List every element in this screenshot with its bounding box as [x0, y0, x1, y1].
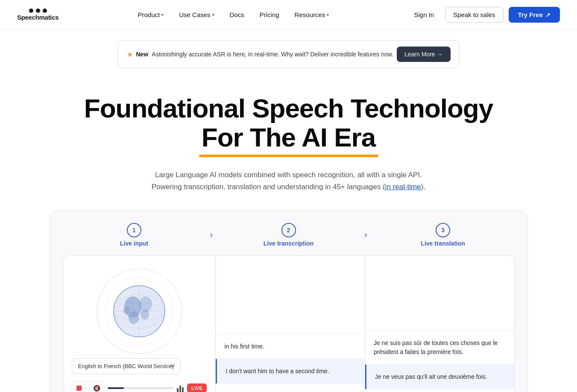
progress-bar [108, 387, 173, 389]
translation-row-1: Je ne suis pas sûr de toutes ces choses … [365, 331, 514, 364]
step-1-circle: 1 [127, 223, 141, 237]
step-3-label: Live translation [421, 240, 465, 247]
navbar: Speechmatics Product ▾ Use Cases ▾ Docs … [0, 0, 577, 30]
live-translation-panel: Je ne suis pas sûr de toutes ces choses … [365, 256, 514, 392]
mute-button[interactable]: 🔇 [90, 381, 104, 392]
live-input-panel: English to French (BBC World Service) 🔇 [63, 256, 216, 392]
step-2-label: Live transcription [264, 240, 313, 247]
title-underline [199, 155, 378, 157]
learn-more-button[interactable]: Learn More → [397, 47, 450, 62]
step-3: 3 Live translation [372, 223, 515, 247]
logo[interactable]: Speechmatics [17, 9, 59, 21]
globe-ring-inner [105, 277, 173, 345]
sign-in-button[interactable]: Sign In [408, 8, 440, 22]
mute-icon: 🔇 [93, 385, 100, 392]
arrow-icon: ↗ [545, 12, 551, 18]
stop-button[interactable] [72, 381, 86, 392]
transcript-row-2: I don't want him to have a second time. [216, 359, 365, 383]
nav-actions: Sign In Speak to sales Try Free ↗ [408, 7, 560, 23]
translation-row-2: Je ne veux pas qu'il ait une deuxième fo… [365, 364, 514, 389]
panels: English to French (BBC World Service) 🔇 [63, 255, 515, 392]
stop-icon [76, 386, 82, 391]
translation-spacer [365, 256, 514, 331]
logo-dot-1 [29, 9, 33, 13]
step-1: 1 Live input [63, 223, 206, 247]
chevron-down-icon: ▾ [212, 12, 214, 17]
steps-row: 1 Live input › 2 Live transcription › 3 … [63, 223, 515, 247]
language-select[interactable]: English to French (BBC World Service) [72, 358, 181, 374]
nav-links: Product ▾ Use Cases ▾ Docs Pricing Resou… [132, 8, 335, 22]
demo-section: 1 Live input › 2 Live transcription › 3 … [32, 210, 545, 392]
controls-row: 🔇 LIVE [72, 381, 207, 392]
demo-box: 1 Live input › 2 Live transcription › 3 … [50, 210, 528, 392]
banner-content: ★ New Astonishingly accurate ASR is here… [127, 50, 394, 59]
transcription-spacer [216, 256, 365, 334]
hero-section: Foundational Speech Technology For The A… [0, 68, 577, 210]
announcement-banner: ★ New Astonishingly accurate ASR is here… [118, 40, 460, 68]
step-1-label: Live input [120, 240, 148, 247]
star-icon: ★ [127, 50, 133, 59]
transcript-row-3: It's unconstitutional [216, 383, 365, 392]
logo-text: Speechmatics [17, 14, 59, 21]
real-time-link[interactable]: in real-time [385, 183, 421, 191]
chevron-down-icon: ▾ [161, 12, 164, 17]
nav-docs[interactable]: Docs [224, 8, 250, 22]
nav-product[interactable]: Product ▾ [132, 8, 170, 22]
step-3-circle: 3 [436, 223, 450, 237]
hero-subtitle: Large Language AI models combined with s… [17, 169, 560, 192]
hero-title: Foundational Speech Technology For The A… [17, 94, 560, 157]
nav-resources[interactable]: Resources ▾ [289, 8, 335, 22]
try-free-button[interactable]: Try Free ↗ [509, 7, 560, 23]
logo-dot-3 [43, 9, 47, 13]
step-2-circle: 2 [281, 223, 296, 237]
step-2: 2 Live transcription [217, 223, 360, 247]
speak-to-sales-button[interactable]: Speak to sales [445, 7, 503, 23]
nav-use-cases[interactable]: Use Cases ▾ [173, 8, 220, 22]
logo-dots [29, 9, 47, 13]
globe-container [97, 269, 182, 354]
chevron-down-icon: ▾ [327, 12, 329, 17]
progress-bar-fill [108, 387, 124, 389]
logo-dot-2 [36, 9, 40, 13]
bars-icon[interactable] [177, 384, 184, 392]
nav-pricing[interactable]: Pricing [254, 8, 285, 22]
live-transcription-panel: in his first time. I don't want him to h… [216, 256, 365, 392]
step-arrow-1: › [205, 230, 217, 240]
transcript-row-1: in his first time. [216, 334, 365, 359]
live-badge[interactable]: LIVE [187, 383, 207, 392]
step-arrow-2: › [360, 230, 372, 240]
translation-loading [365, 389, 514, 392]
